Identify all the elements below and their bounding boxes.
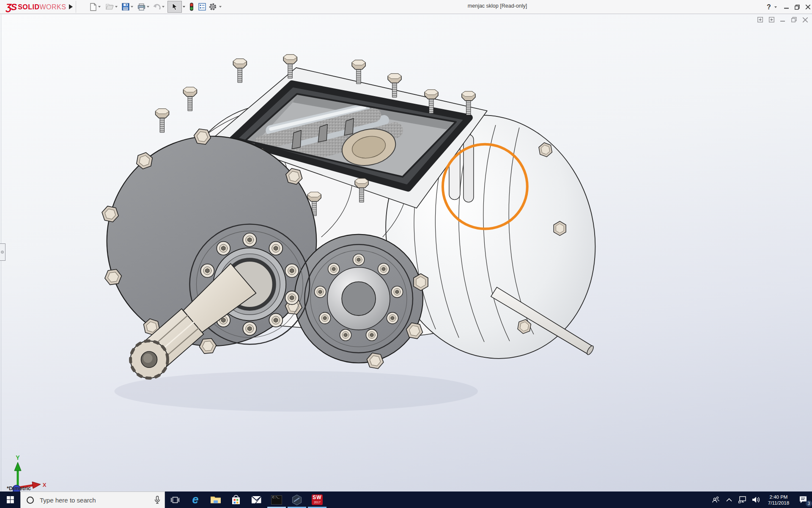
task-view-icon — [171, 496, 179, 504]
gearbox-3d-model — [0, 14, 812, 491]
options-button[interactable] — [208, 2, 218, 12]
open-button[interactable] — [105, 2, 115, 12]
print-icon — [137, 3, 145, 11]
housing-pillar — [464, 135, 474, 202]
new-dropdown-caret[interactable] — [98, 6, 101, 9]
solidworks-logo-light: WORKS — [40, 3, 66, 11]
file-explorer-icon — [210, 495, 221, 504]
options-gear-icon — [208, 3, 217, 11]
select-cursor-icon — [172, 3, 178, 11]
select-dropdown-caret[interactable] — [183, 6, 185, 9]
solidworks-logo-glyph: ƷS — [6, 2, 16, 13]
taskbar-search[interactable] — [20, 491, 165, 508]
y-axis-label: Y — [16, 454, 20, 461]
taskbar-spacer — [327, 491, 709, 508]
taskbar-app-solidworks[interactable]: SW 2017 — [307, 491, 327, 508]
solidworks-logo: ƷS SOLID WORKS — [6, 2, 66, 13]
print-dropdown-caret[interactable] — [147, 6, 149, 9]
view-orientation-label: *Dimetric — [7, 485, 31, 491]
hexagon-app-icon — [291, 494, 302, 505]
taskbar-clock[interactable]: 2:40 PM 7/11/2018 — [763, 491, 794, 508]
taskbar-app-mail[interactable] — [246, 491, 266, 508]
print-button[interactable] — [136, 2, 146, 12]
network-button[interactable] — [736, 491, 749, 508]
app-restore-button[interactable] — [793, 0, 802, 14]
model-shadow — [115, 371, 478, 411]
solidworks-logo-bold: SOLID — [18, 3, 39, 11]
document-title: menjac sklop [Read-only] — [468, 3, 527, 9]
taskbar-app-file-explorer[interactable] — [206, 491, 226, 508]
tray-overflow-button[interactable] — [722, 491, 736, 508]
store-icon — [231, 495, 241, 505]
network-icon — [738, 496, 747, 503]
restore-icon — [795, 5, 800, 10]
help-button[interactable]: ? — [764, 0, 774, 14]
file-properties-icon — [198, 3, 206, 11]
windows-taskbar: e C:\_ SW — [0, 491, 812, 508]
undo-button[interactable] — [152, 2, 162, 12]
select-tool-button[interactable] — [167, 1, 182, 13]
file-properties-button[interactable] — [197, 2, 207, 12]
open-dropdown-caret[interactable] — [115, 6, 118, 9]
microphone-icon[interactable] — [154, 496, 160, 504]
mail-icon — [251, 496, 262, 504]
new-document-icon — [90, 3, 97, 11]
save-button[interactable] — [121, 2, 131, 12]
x-axis-label: X — [43, 482, 47, 488]
graphics-viewport[interactable]: Y X Z *Dimetric — [0, 14, 812, 491]
x-axis-arrow — [32, 482, 41, 489]
taskbar-app-command-prompt[interactable]: C:\_ — [266, 491, 287, 508]
edge-icon: e — [192, 494, 198, 505]
title-bar: ƷS SOLID WORKS — [0, 0, 812, 14]
windows-logo-icon — [7, 496, 14, 503]
command-prompt-icon: C:\_ — [271, 495, 282, 505]
search-input[interactable] — [39, 496, 150, 504]
volume-icon — [752, 496, 760, 503]
close-icon — [806, 5, 810, 9]
clock-date: 7/11/2018 — [768, 500, 789, 506]
task-view-button[interactable] — [165, 491, 185, 508]
people-icon — [712, 496, 719, 503]
taskbar-app-hexagon[interactable] — [287, 491, 307, 508]
solidworks-2017-icon: SW 2017 — [312, 494, 323, 505]
new-document-button[interactable] — [88, 2, 98, 12]
minimize-icon — [784, 5, 789, 9]
clock-time: 2:40 PM — [770, 494, 788, 500]
chevron-up-icon — [726, 498, 732, 502]
action-center-button[interactable]: 3 — [794, 491, 812, 508]
undo-dropdown-caret[interactable] — [162, 6, 165, 9]
rebuild-button[interactable] — [187, 2, 197, 12]
app-close-button[interactable] — [803, 0, 812, 14]
y-axis-arrow — [14, 462, 21, 471]
notification-badge: 3 — [806, 500, 812, 507]
volume-button[interactable] — [749, 491, 763, 508]
menu-flyout-button[interactable] — [67, 1, 76, 13]
flyout-arrow-icon — [69, 4, 75, 9]
help-dropdown-caret[interactable] — [774, 6, 777, 9]
people-button[interactable] — [709, 491, 722, 508]
save-dropdown-caret[interactable] — [131, 6, 133, 9]
search-icon — [27, 497, 34, 504]
rebuild-traffic-light-icon — [189, 3, 194, 11]
taskbar-app-edge[interactable]: e — [185, 491, 206, 508]
save-floppy-icon — [122, 3, 129, 11]
start-button[interactable] — [0, 491, 20, 508]
undo-icon — [153, 3, 161, 10]
app-minimize-button[interactable] — [782, 0, 791, 14]
open-folder-icon — [106, 3, 114, 10]
taskbar-app-store[interactable] — [226, 491, 246, 508]
options-dropdown-caret[interactable] — [219, 6, 222, 9]
